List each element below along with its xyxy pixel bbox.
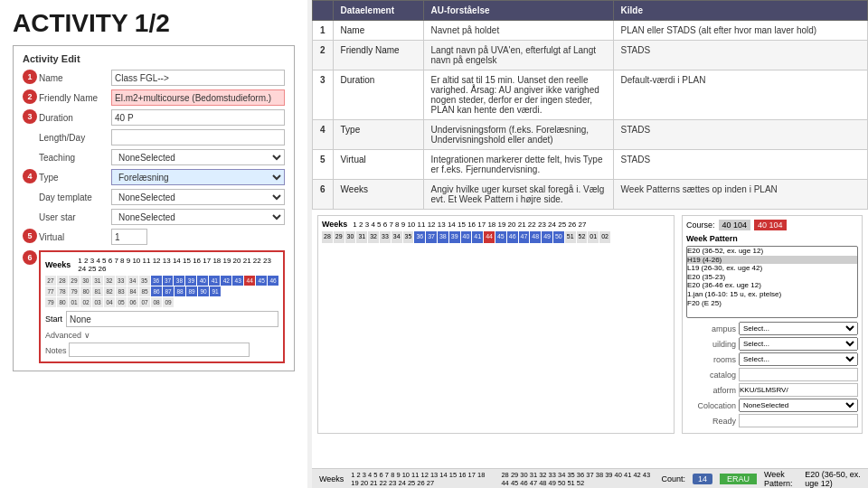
weeks-label-row: Weeks 1 2 3 4 5 6 7 8 9 10 11 12 13 14 1… xyxy=(45,257,278,273)
cal-cell-selected: 91 xyxy=(210,286,221,296)
bottom-bar: Weeks 1 2 3 4 5 6 7 8 9 10 11 12 13 14 1… xyxy=(312,468,868,488)
wk-sel: 37 xyxy=(426,231,437,243)
step-4-badge: 4 xyxy=(23,169,37,183)
ready-input[interactable] xyxy=(739,414,858,427)
col-header-au: AU-forståelse xyxy=(423,1,613,21)
cal-cell: 30 xyxy=(80,276,91,286)
rooms-label: rooms xyxy=(686,355,736,364)
week-grid-rows: 28 29 30 31 32 33 34 35 36 37 38 39 40 4… xyxy=(322,231,670,243)
notes-row: Notes xyxy=(45,343,278,357)
week-picker-header: Weeks 1 2 3 4 5 6 7 8 9 10 11 12 13 14 1… xyxy=(322,220,670,229)
virtual-input[interactable] xyxy=(111,229,147,245)
cal-cell: 08 xyxy=(151,297,162,307)
day-template-label: Day template xyxy=(39,192,111,202)
uilding-label: uilding xyxy=(686,340,736,349)
count-label: Count: xyxy=(661,474,685,483)
week-grid-bottom: 28 29 30 31 32 33 34 35 36 37 38 39 40 4… xyxy=(322,231,670,243)
step-5-row: 5 Virtual xyxy=(39,229,285,245)
ready-row: Ready xyxy=(686,414,858,427)
page-title: ACTIVITY 1/2 xyxy=(13,9,295,38)
below-table-panel: Weeks 1 2 3 4 5 6 7 8 9 10 11 12 13 14 1… xyxy=(312,211,868,437)
row-au: Angiv hvilke uger kurset skal foregå i. … xyxy=(423,180,613,210)
name-input[interactable] xyxy=(111,70,285,86)
catalog-label: catalog xyxy=(686,371,736,380)
wk: 52 xyxy=(577,231,588,243)
row-num: 5 xyxy=(313,150,334,180)
ampus-select[interactable]: Select... xyxy=(739,322,858,335)
notes-input[interactable] xyxy=(69,343,250,357)
uilding-row: uilding Select... xyxy=(686,337,858,351)
user-star-label: User star xyxy=(39,212,111,222)
step-4-row: 4 Type Forelæsning xyxy=(39,169,285,185)
cal-cell-selected: 87 xyxy=(163,286,174,296)
table-row: 3 Duration Er altid sat til 15 min. Uans… xyxy=(313,70,868,120)
cal-cell: 80 xyxy=(57,297,68,307)
wk: 30 xyxy=(345,231,356,243)
apply-button[interactable]: 40 104 xyxy=(754,220,787,230)
user-star-select[interactable]: NoneSelected xyxy=(111,209,285,225)
uilding-select[interactable]: Select... xyxy=(739,337,858,351)
wk: 02 xyxy=(599,231,610,243)
user-star-row: User star NoneSelected xyxy=(39,209,285,225)
day-template-select[interactable]: NoneSelected xyxy=(111,189,285,205)
course-label: Course: xyxy=(686,221,715,230)
week-pattern-select[interactable]: E20 (36-52, ex. uge 12) H19 (4-26) L19 (… xyxy=(686,246,858,318)
cal-cell-selected: 38 xyxy=(174,276,184,286)
atform-row: atform xyxy=(686,383,858,397)
row-dataelement: Type xyxy=(333,120,423,150)
wk-sel: 47 xyxy=(519,231,530,243)
type-select[interactable]: Forelæsning xyxy=(111,169,285,185)
row-au: Langt navn på UVA'en, efterfulgt af Lang… xyxy=(423,41,613,70)
weeks-picker-label: Weeks xyxy=(322,220,347,229)
cal-cell: 01 xyxy=(69,297,80,307)
cal-cell-selected: 45 xyxy=(256,276,267,286)
cal-cell: 05 xyxy=(116,297,127,307)
weeks-numbers-small: 1 2 3 4 5 6 7 8 9 10 11 12 13 14 15 16 1… xyxy=(353,221,586,229)
row-kilde: STADS xyxy=(613,150,867,180)
row-dataelement: Friendly Name xyxy=(333,41,423,70)
table-row: 6 Weeks Angiv hvilke uger kurset skal fo… xyxy=(313,180,868,210)
wk: 31 xyxy=(356,231,367,243)
count-value: 14 xyxy=(693,474,712,484)
duration-input[interactable] xyxy=(111,109,285,126)
wk-sel: 48 xyxy=(530,231,541,243)
colocation-select[interactable]: NoneSelected xyxy=(739,399,858,412)
row-kilde: Week Patterns sættes op inden i PLAN xyxy=(613,180,867,210)
friendly-name-input[interactable] xyxy=(111,89,285,106)
catalog-input[interactable] xyxy=(739,368,858,381)
wk-sel: 46 xyxy=(507,231,518,243)
virtual-row: Virtual xyxy=(39,229,285,245)
week-pattern-header: Week Pattern xyxy=(686,234,858,243)
cal-cell: 83 xyxy=(116,286,127,296)
atform-input[interactable] xyxy=(739,383,858,397)
col-header-num xyxy=(313,1,334,21)
cal-cell: 09 xyxy=(163,297,174,307)
ready-label: Ready xyxy=(686,417,736,426)
length-day-input[interactable] xyxy=(111,129,285,145)
wk: 51 xyxy=(565,231,576,243)
cal-cell-selected: 42 xyxy=(221,276,231,286)
rooms-select[interactable]: Select... xyxy=(739,352,858,366)
wk: 33 xyxy=(380,231,391,243)
type-row: Type Forelæsning xyxy=(39,169,285,185)
week-picker-panel: Weeks 1 2 3 4 5 6 7 8 9 10 11 12 13 14 1… xyxy=(317,215,675,434)
row-kilde: STADS xyxy=(613,41,867,70)
friendly-name-label: Friendly Name xyxy=(39,93,111,103)
info-table: Dataelement AU-forståelse Kilde 1 Name N… xyxy=(312,0,868,210)
course-row: Course: 40 104 40 104 xyxy=(686,220,858,230)
cal-cell: 79 xyxy=(45,297,56,307)
week-pattern-panel: Course: 40 104 40 104 Week Pattern E20 (… xyxy=(682,215,863,434)
colocation-row: Colocation NoneSelected xyxy=(686,399,858,412)
bottom-weeks-numbers: 1 2 3 4 5 6 7 8 9 10 11 12 13 14 15 16 1… xyxy=(351,471,494,487)
row-au: Navnet på holdet xyxy=(423,21,613,41)
col-header-dataelement: Dataelement xyxy=(333,1,423,21)
wk-sel: 45 xyxy=(495,231,506,243)
cal-cell: 80 xyxy=(80,286,91,296)
erau-button[interactable]: ERAU xyxy=(720,474,757,484)
friendly-name-row: Friendly Name xyxy=(39,89,285,106)
virtual-label: Virtual xyxy=(39,232,111,242)
step-6-row: 6 Weeks 1 2 3 4 5 6 7 8 9 10 11 12 13 14… xyxy=(39,250,285,363)
cal-cell-selected: 90 xyxy=(198,286,209,296)
start-input[interactable] xyxy=(66,311,278,327)
teaching-select[interactable]: NoneSelected xyxy=(111,149,285,165)
